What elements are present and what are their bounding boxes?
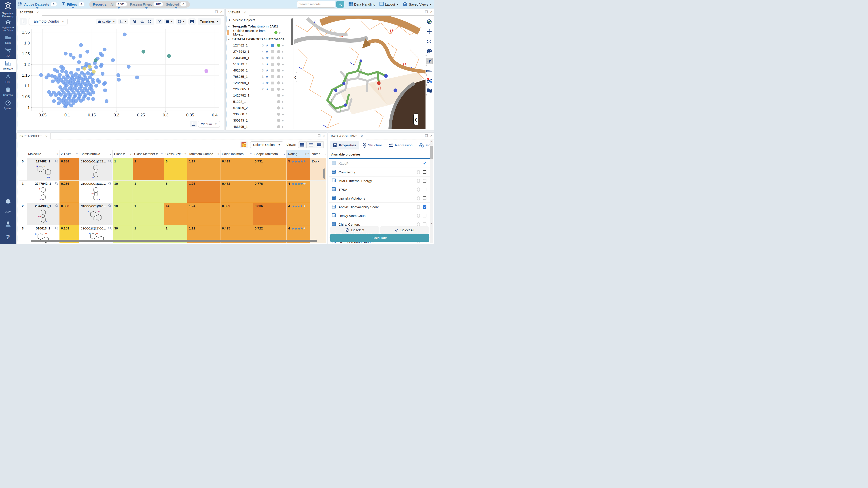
property-row[interactable]: XLogP✔ [329,159,433,168]
star-icon[interactable]: ★ [265,68,270,72]
expand-chevron-icon[interactable]: ▶ [282,100,284,103]
class-size-cell[interactable]: 14 [164,203,187,225]
property-checkbox[interactable] [423,196,426,200]
viewer-tab[interactable]: VIEWER✕ [226,9,249,15]
search-button[interactable] [336,1,344,8]
maximize-icon[interactable]: ❒ [425,10,428,13]
viewer-molecule-row[interactable]: 1285659_13★▶ [227,80,293,86]
visibility-dot[interactable] [277,106,280,109]
visibility-dot[interactable] [277,82,280,85]
expand-chevron-icon[interactable]: ▶ [282,82,284,85]
visibility-dot[interactable] [277,56,280,59]
close-icon[interactable]: ✕ [220,10,223,13]
expand-chevron-icon[interactable]: ▶ [282,94,284,97]
property-radio[interactable] [417,205,420,209]
records-all-control[interactable]: All 1001 [111,0,127,8]
column-header[interactable]: Class #˅ [113,150,133,158]
star-icon[interactable]: ★ [265,50,270,54]
viewer-molecule-row[interactable]: 462680_13★▶ [227,67,293,73]
active-datasets-control[interactable]: Active Datasets 3 [18,0,57,8]
property-row[interactable]: MMFF Internal Energy [329,176,433,185]
visibility-dot[interactable] [274,31,277,34]
comment-bubble-icon[interactable] [271,88,274,91]
records-selected-control[interactable]: Selected 0 [166,0,186,8]
column-options-menu[interactable]: Column Options▼ [250,141,283,148]
sidebar-item-sources[interactable]: Sources [0,85,16,98]
magnifier-icon[interactable] [55,204,58,208]
expand-chevron-icon[interactable]: ▶ [282,63,284,66]
view-density-compact-button[interactable] [298,141,307,148]
property-checkbox[interactable] [423,188,426,191]
connections-icon[interactable] [156,19,162,24]
maximize-icon[interactable]: ❒ [318,134,321,137]
viewer-molecule-row[interactable]: 1426782_1▶ [227,92,293,99]
magnifier-icon[interactable] [55,227,58,231]
property-row[interactable]: TPSA [329,185,433,194]
molecule-3d-viewport[interactable]: ❮ ❮ [293,16,426,129]
select-all-button[interactable]: Select All [380,226,429,234]
help-icon[interactable]: ? [6,233,10,241]
viewer-molecule-row[interactable]: 570409_2▶ [227,105,293,111]
column-header[interactable]: Notes… [310,150,326,158]
expand-chevron-icon[interactable]: ▶ [282,119,284,122]
view-density-large-button[interactable] [315,141,323,148]
view-density-medium-button[interactable] [307,141,315,148]
sim-cell[interactable]: 0.384 [60,158,79,181]
property-checkbox[interactable] [423,223,426,226]
collapse-viewport-handle[interactable]: ❮ [413,113,418,125]
property-radio[interactable] [417,188,420,192]
class-member-cell[interactable]: 1 [133,203,164,225]
column-header[interactable]: Shape Tanimoto˅ [253,150,287,158]
molecule-id[interactable]: 51292_1 [233,100,259,103]
visibility-dot[interactable] [277,112,280,116]
surface-display-button[interactable] [426,87,433,94]
property-row[interactable]: Complexity [329,168,433,176]
property-radio[interactable] [417,214,420,218]
class-size-cell[interactable]: 5 [164,181,187,203]
maximize-icon[interactable]: ❒ [425,134,428,137]
chart-type-selector[interactable]: scatter▼ [96,19,117,24]
color-tanimoto-cell[interactable]: 0.439 [220,158,253,181]
templates-menu[interactable]: Templates▼ [198,18,221,25]
column-header[interactable]: Molecule˅ [27,150,60,158]
center-view-button[interactable] [426,28,433,35]
property-checkbox[interactable]: ✔ [423,205,426,209]
comment-bubble-icon[interactable] [271,50,274,53]
sidebar-item-data[interactable]: Data [0,33,16,46]
property-row[interactable]: Lipinski Violations [329,194,433,203]
viewer-molecule-row[interactable]: 300843_1▶ [227,117,293,124]
comment-bubble-icon[interactable] [271,63,274,66]
expand-all-button[interactable] [426,38,433,45]
magnifier-icon[interactable] [108,204,112,208]
navigate-cursor-button[interactable] [426,58,433,64]
viewer-molecule-row[interactable]: 336868_1▶ [227,111,293,117]
tree-group-strata[interactable]: ⌄STRATA FastROCS clusterheads [227,36,293,42]
molecule-id[interactable]: 483695_1 [233,125,259,128]
tree-root[interactable]: ❯Visible Objects [227,17,293,23]
hide-object-button[interactable] [426,18,433,25]
notes-cell[interactable] [310,181,326,203]
maximize-icon[interactable]: ❒ [215,10,218,13]
column-header[interactable]: Tanimoto Combo˅ [187,150,220,158]
comment-bubble-icon[interactable] [271,100,274,103]
visibility-dot[interactable] [277,100,280,103]
zoom-in-icon[interactable] [131,18,138,25]
close-icon[interactable]: ✕ [37,11,39,14]
vertical-scrollbar[interactable] [323,168,326,179]
notes-cell[interactable] [310,203,326,225]
molecule-id[interactable]: 1285659_1 [233,81,259,85]
shape-tanimoto-cell[interactable]: 0.731 [253,158,287,181]
star-icon[interactable]: ★ [265,75,270,79]
x-axis-selector[interactable]: 2D Sim▼ [198,121,220,127]
property-checkbox[interactable] [423,214,426,218]
settings-gear-menu[interactable]: ▼ [176,19,186,25]
molecule-id[interactable]: 2747942_1 [233,50,259,54]
expand-chevron-icon[interactable]: ▶ [282,125,284,128]
visibility-dot[interactable] [277,69,280,72]
table-row[interactable]: 12747942_1ON0.256C1CCC(CC1)CC2...HON1015… [19,181,326,203]
color-tanimoto-cell[interactable]: 0.482 [220,181,253,203]
close-icon[interactable]: ✕ [430,134,433,137]
comment-bubble-icon[interactable] [271,119,274,122]
close-icon[interactable]: ✕ [244,11,246,14]
comment-bubble-icon[interactable] [271,125,274,128]
